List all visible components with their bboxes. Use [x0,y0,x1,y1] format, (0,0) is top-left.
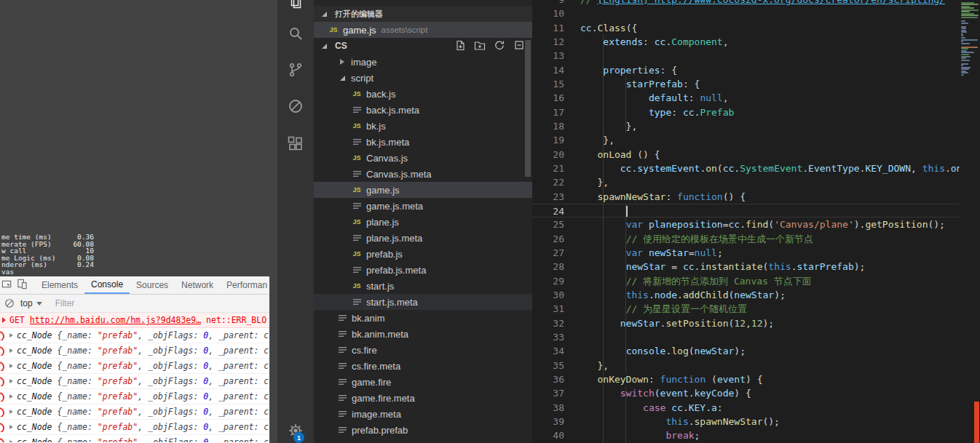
tree-item-prefab-prefab[interactable]: prefab.prefab [314,422,532,438]
clear-console-icon[interactable] [4,298,15,308]
code-text[interactable]: // 将新增的节点添加到 Canvas 节点下面 [580,274,960,288]
code-line-20[interactable]: 20 onLoad () { [532,148,960,161]
code-line-25[interactable]: 25 var planeposition=cc.find('Canvas/pla… [532,217,960,231]
console-log-row[interactable]: cc_Node {_name: "prefab", _objFlags: 0, … [0,359,269,374]
code-line-21[interactable]: 21 cc.systemEvent.on(cc.SystemEvent.Even… [532,161,960,175]
code-text[interactable]: cc.Class({ [580,21,960,35]
search-icon[interactable] [287,25,304,42]
tree-item-bk-js[interactable]: JSbk.js [314,118,532,134]
tree-item-plane-js-meta[interactable]: plane.js.meta [314,230,532,246]
code-text[interactable]: extends: cc.Component, [580,35,960,49]
code-line-11[interactable]: 11cc.Class({ [532,21,960,35]
code-text[interactable]: console.log(newStar); [580,344,960,358]
expand-triangle-icon[interactable] [9,394,13,399]
code-line-31[interactable]: 31 // 为星星设置一个随机位置 [532,302,960,316]
console-log-row[interactable]: cc_Node {_name: "prefab", _objFlags: 0, … [0,328,269,343]
code-line-18[interactable]: 18 }, [532,119,960,133]
code-line-37[interactable]: 37 switch(event.keyCode) { [532,386,960,400]
code-line-30[interactable]: 30 this.node.addChild(newStar); [532,288,960,302]
minimap[interactable] [960,0,980,443]
code-line-32[interactable]: 32 newStar.setPosition(12,12); [532,316,960,330]
code-line-34[interactable]: 34 console.log(newStar); [532,344,960,358]
code-text[interactable]: case cc.KEY.a: [580,401,960,415]
code-text[interactable]: cc.systemEvent.on(cc.SystemEvent.EventTy… [580,161,960,175]
code-text[interactable]: this.node.addChild(newStar); [580,288,960,302]
code-text[interactable]: var newStar=null; [580,246,960,260]
tree-item-game-js[interactable]: JSgame.js [314,182,532,198]
tree-item-prefab-js-meta[interactable]: prefab.js.meta [314,262,532,278]
code-text[interactable]: var planeposition=cc.find('Canvas/plane'… [580,217,960,231]
code-text[interactable]: }, [580,119,960,133]
tree-item-game-fire[interactable]: game.fire [314,374,532,390]
new-folder-icon[interactable] [474,39,486,53]
tree-item-Canvas-js[interactable]: JSCanvas.js [314,150,532,166]
code-line-13[interactable]: 13 [532,49,960,63]
code-text[interactable]: break; [580,428,960,442]
expand-triangle-icon[interactable] [2,317,6,323]
expand-triangle-icon[interactable] [9,440,13,442]
code-text[interactable]: newStar.setPosition(12,12); [580,316,960,330]
code-line-12[interactable]: 12 extends: cc.Component, [532,35,960,49]
tree-item-image[interactable]: image [314,54,532,70]
expand-triangle-icon[interactable] [9,348,13,353]
tree-item-cs-fire[interactable]: cs.fire [314,342,532,358]
code-text[interactable]: }, [580,133,960,147]
code-line-27[interactable]: 27 var newStar=null; [532,246,960,260]
code-text[interactable] [580,204,960,217]
code-text[interactable]: switch(event.keyCode) { [580,386,960,400]
code-line-36[interactable]: 36 onKeyDown: function (event) { [532,372,960,386]
tree-item-prefab-prefab-meta[interactable]: prefab.prefab.meta [314,438,532,443]
code-line-38[interactable]: 38 case cc.KEY.a: [532,401,960,415]
console-log-row[interactable]: cc_Node {_name: "prefab", _objFlags: 0, … [0,420,269,435]
console-log-row[interactable]: cc_Node {_name: "prefab", _objFlags: 0, … [0,389,269,404]
open-editors-header[interactable]: 打开的编辑器 [314,6,532,22]
devtools-tab-performan[interactable]: Performan [220,276,269,294]
code-line-33[interactable]: 33 [532,330,960,344]
expand-triangle-icon[interactable] [9,333,13,338]
expand-triangle-icon[interactable] [9,410,13,414]
code-text[interactable]: onKeyDown: function (event) { [580,372,960,386]
context-selector[interactable]: top [20,298,42,308]
code-line-39[interactable]: 39 this.spawnNewStar(); [532,415,960,428]
code-text[interactable]: onLoad () { [580,148,960,161]
console-log-row[interactable]: cc_Node {_name: "prefab", _objFlags: 0, … [0,343,269,359]
code-text[interactable]: properties: { [580,63,960,77]
tree-item-image-meta[interactable]: image.meta [314,406,532,422]
explorer-icon[interactable] [287,0,304,12]
tree-item-bk-anim[interactable]: bk.anim [314,310,532,326]
code-line-22[interactable]: 22 }, [532,175,960,189]
code-line-28[interactable]: 28 newStar = cc.instantiate(this.starPre… [532,260,960,274]
code-line-40[interactable]: 40 break; [532,428,960,442]
error-url-link[interactable]: http://hm.baidu.com/hm.js?9d483e9… [30,315,201,325]
tree-item-cs-fire-meta[interactable]: cs.fire.meta [314,358,532,374]
code-line-19[interactable]: 19 }, [532,133,960,147]
code-line-10[interactable]: 10 [532,7,960,20]
expand-triangle-icon[interactable] [9,425,13,429]
devtools-tab-elements[interactable]: Elements [35,276,84,294]
code-text[interactable]: spawnNewStar: function() { [580,190,960,204]
code-text[interactable]: // [English] http://www.cocos2d-x.org/do… [580,0,960,7]
code-text[interactable]: this.spawnNewStar(); [580,415,960,428]
code-text[interactable] [580,49,960,63]
console-log-row[interactable]: cc_Node {_name: "prefab", _objFlags: 0, … [0,374,269,389]
tree-item-bk-js-meta[interactable]: bk.js.meta [314,134,532,150]
tree-item-back-js-meta[interactable]: back.js.meta [314,102,532,118]
tree-item-script[interactable]: script [314,70,532,86]
expand-triangle-icon[interactable] [9,364,13,368]
minimap-scroll-marker[interactable] [974,402,979,443]
open-editor-item-game-js[interactable]: JS game.js assets\script [314,22,532,38]
extensions-icon[interactable] [287,135,304,153]
code-text[interactable]: newStar = cc.instantiate(this.starPrefab… [580,260,960,274]
collapse-folders-icon[interactable] [513,39,525,53]
code-text[interactable] [580,330,960,344]
code-line-29[interactable]: 29 // 将新增的节点添加到 Canvas 节点下面 [532,274,960,288]
code-text[interactable] [580,7,960,20]
console-log-row[interactable]: cc_Node {_name: "prefab", _objFlags: 0, … [0,404,269,420]
sidebar-scrollbar[interactable] [525,40,531,177]
folder-section-header[interactable]: CS [314,38,532,54]
tree-item-game-fire-meta[interactable]: game.fire.meta [314,390,532,406]
notification-badge[interactable]: 1 [293,432,304,443]
code-line-23[interactable]: 23 spawnNewStar: function() { [532,190,960,204]
code-line-15[interactable]: 15 starPrefab: { [532,77,960,91]
source-control-icon[interactable] [287,61,304,79]
